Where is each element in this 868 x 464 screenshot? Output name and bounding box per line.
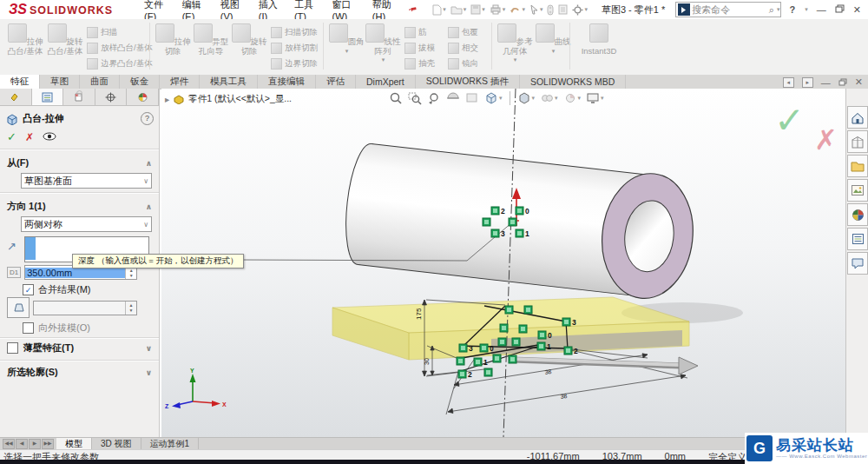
sheet-nav-buttons[interactable]: ◀◀◀▶▶▶	[0, 438, 56, 450]
select-button[interactable]: ▾	[528, 3, 545, 16]
fillet-button[interactable]: 圆角▾	[328, 23, 365, 71]
boundary-boss-button[interactable]: 边界凸台/基体	[87, 56, 153, 70]
ok-button[interactable]: ✓	[7, 130, 16, 143]
doc-minimize-button[interactable]: —	[821, 77, 831, 88]
cylinder-body[interactable]	[340, 140, 700, 303]
tab-sw-mbd[interactable]: SOLIDWORKS MBD	[520, 75, 626, 89]
shell-button[interactable]: 抽壳	[404, 56, 435, 70]
instant3d-button[interactable]: Instant3D	[575, 23, 623, 71]
open-document-button[interactable]: ▾	[449, 3, 469, 16]
draft-toggle-button[interactable]	[7, 297, 30, 318]
pin-menu-icon[interactable]	[406, 2, 420, 17]
expand-icon[interactable]: ∨	[146, 368, 152, 377]
doc-back-button[interactable]: ◂	[783, 77, 794, 88]
swept-cut-button[interactable]: 扫描切除	[271, 25, 318, 39]
merge-result-checkbox[interactable]: ✓	[23, 284, 34, 295]
dim-30[interactable]: 30	[424, 358, 430, 365]
thin-feature-checkbox[interactable]	[7, 342, 18, 354]
propertymanager-tab[interactable]	[32, 89, 64, 105]
design-library-button[interactable]	[847, 130, 868, 153]
help-button[interactable]: ?	[790, 4, 796, 15]
appearances-scenes-button[interactable]	[847, 203, 868, 226]
tab-evaluate[interactable]: 评估	[316, 75, 356, 89]
intersect-button[interactable]: 相交	[448, 41, 478, 55]
sw-forum-button[interactable]	[847, 252, 868, 275]
search-icon[interactable]: ⌕	[769, 4, 774, 16]
draft-angle-input[interactable]: ▲▼	[33, 301, 137, 315]
file-explorer-button[interactable]	[847, 155, 868, 177]
collapse-icon[interactable]: ∧	[146, 159, 152, 168]
revolved-cut-button[interactable]: 旋转切除	[231, 23, 267, 71]
expand-icon[interactable]: ∨	[146, 344, 152, 353]
view-palette-button[interactable]	[847, 179, 868, 202]
hole-wizard-button[interactable]: 异型孔向导	[193, 23, 229, 71]
featuremanager-tree-tab[interactable]	[0, 89, 32, 105]
preview-eye-button[interactable]	[43, 132, 56, 143]
lofted-cut-button[interactable]: 放样切割	[271, 41, 318, 55]
selected-contours-label: 所选轮廓(S)	[7, 366, 58, 379]
tab-sketch[interactable]: 草图	[40, 75, 80, 89]
tab-mold-tools[interactable]: 模具工具	[200, 75, 258, 89]
minimize-button[interactable]: —	[817, 4, 826, 15]
end-condition-dropdown[interactable]: 两侧对称∨	[21, 216, 152, 232]
tab-surfaces[interactable]: 曲面	[80, 75, 120, 89]
dim-38b[interactable]: 38	[560, 393, 568, 400]
draft-button[interactable]: 拔模	[404, 41, 435, 55]
dim-175[interactable]: 175	[415, 308, 423, 320]
print-button[interactable]: ▾	[488, 3, 508, 16]
save-button[interactable]: ▾	[469, 3, 487, 16]
collapse-icon[interactable]: ∧	[146, 202, 152, 211]
curves-button[interactable]: 曲线▾	[535, 23, 571, 71]
rib-button[interactable]: 筋	[404, 25, 427, 39]
custom-properties-button[interactable]	[847, 228, 868, 250]
mirror-button[interactable]: 镜向	[448, 56, 478, 70]
file-properties-button[interactable]	[556, 3, 569, 16]
direction-arrow-icon[interactable]: ↗	[7, 240, 16, 253]
tab-motion-study[interactable]: 运动算例1	[141, 438, 200, 450]
doc-restore-button[interactable]	[838, 77, 847, 88]
dim-38a[interactable]: 38	[544, 368, 552, 375]
displaymanager-tab[interactable]	[127, 89, 159, 105]
cancel-button[interactable]: ✗	[25, 131, 34, 143]
wrap-button[interactable]: 包覆	[448, 25, 478, 39]
tab-sw-addins[interactable]: SOLIDWORKS 插件	[416, 75, 520, 89]
boundary-cut-button[interactable]: 边界切除	[271, 56, 318, 70]
command-search[interactable]: 搜索命令 ⌕ ▾	[675, 2, 780, 17]
reference-geometry-icon	[497, 23, 516, 43]
linear-pattern-button[interactable]: 线性阵列▾	[365, 23, 401, 71]
wrap-icon	[448, 27, 459, 38]
rebuild-button[interactable]	[545, 3, 556, 17]
tab-sheet-metal[interactable]: 钣金	[120, 75, 160, 89]
help-icon[interactable]: ?	[141, 112, 154, 125]
swept-boss-button[interactable]: 扫描	[87, 25, 117, 39]
intersect-icon	[448, 43, 459, 54]
extrude-boss-button[interactable]: 拉伸凸台/基体	[7, 23, 43, 71]
dimxpertmanager-tab[interactable]	[95, 89, 128, 105]
model-scene[interactable]: 175 30 38 38 2 0	[161, 89, 845, 437]
new-document-button[interactable]: ▾	[430, 3, 448, 17]
options-gear-button[interactable]: ▾	[570, 3, 589, 17]
reference-geometry-button[interactable]: 参考几何体▾	[496, 23, 533, 71]
extrude-direction-handle[interactable]	[512, 357, 698, 375]
revolve-boss-button[interactable]: 旋转凸台/基体	[47, 23, 83, 71]
tab-3d-views[interactable]: 3D 视图	[92, 438, 141, 450]
taskpane-close-button[interactable]: ✕	[855, 76, 863, 88]
tab-direct-editing[interactable]: 直接编辑	[258, 75, 316, 89]
graphics-viewport[interactable]: ▸ 零件1 (默认<<默认>_显... ▾ ▾ ▾ ▾ ▾ ✓ ✗	[161, 89, 845, 437]
extruded-cut-button[interactable]: 拉伸切除	[155, 23, 191, 71]
tab-model[interactable]: 模型	[56, 438, 92, 450]
tab-dimxpert[interactable]: DimXpert	[356, 75, 416, 89]
close-button[interactable]: ✕	[853, 4, 861, 16]
panel-splitter-grip[interactable]	[76, 90, 82, 96]
sw-resources-button[interactable]	[847, 106, 868, 129]
undo-button[interactable]: ▾	[508, 4, 527, 16]
tab-features[interactable]: 特征	[0, 75, 40, 89]
draft-angle-stepper[interactable]: ▲▼	[125, 302, 136, 315]
search-input[interactable]: 搜索命令	[692, 3, 769, 17]
from-dropdown[interactable]: 草图基准面∨	[21, 173, 152, 189]
lofted-boss-button[interactable]: 放样凸台/基体	[87, 41, 153, 55]
draft-outward-checkbox[interactable]	[23, 322, 34, 334]
doc-forward-button[interactable]: ▸	[802, 77, 813, 88]
tab-weldments[interactable]: 焊件	[160, 75, 200, 89]
restore-button[interactable]	[835, 4, 845, 15]
